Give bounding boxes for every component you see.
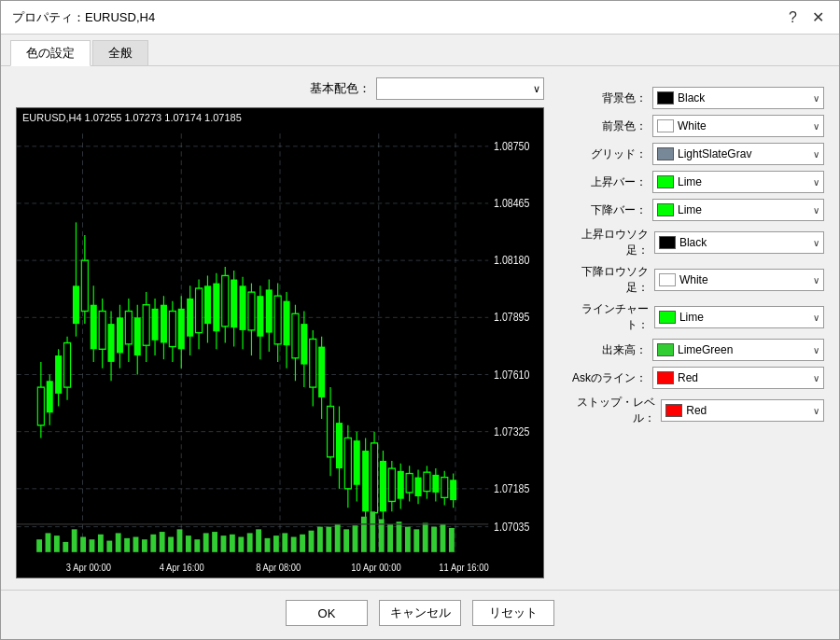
- color-select-wrapper-5[interactable]: Black ∨: [654, 231, 824, 254]
- svg-rect-93: [257, 296, 263, 337]
- svg-rect-46: [54, 536, 60, 552]
- svg-rect-23: [37, 387, 44, 425]
- color-label-6: 下降ロウソク足：: [563, 264, 649, 296]
- color-row-1: 前景色： White ∨: [563, 115, 824, 137]
- color-swatch-3: [657, 175, 674, 188]
- svg-rect-87: [231, 280, 237, 328]
- svg-text:1.07185: 1.07185: [494, 482, 529, 494]
- base-color-select[interactable]: [376, 77, 544, 100]
- color-row-5: 上昇ロウソク足： Black ∨: [563, 227, 824, 258]
- svg-rect-161: [413, 529, 419, 551]
- color-swatch-9: [657, 371, 674, 384]
- color-select-text-2: LightSlateGrav: [678, 147, 813, 160]
- color-chevron-8: ∨: [813, 345, 819, 355]
- color-chevron-6: ∨: [813, 275, 819, 285]
- svg-rect-164: [441, 524, 446, 552]
- reset-button[interactable]: リセット: [472, 600, 554, 626]
- color-select-wrapper-7[interactable]: Lime ∨: [654, 306, 824, 328]
- base-color-label: 基本配色：: [310, 80, 371, 97]
- svg-rect-160: [405, 527, 411, 552]
- tab-general[interactable]: 全般: [92, 40, 148, 65]
- svg-rect-119: [309, 531, 315, 552]
- color-select-text-5: Black: [679, 236, 813, 249]
- footer: OK キャンセル リセット: [1, 590, 839, 639]
- help-button[interactable]: ?: [785, 8, 801, 26]
- color-row-10: ストップ・レベル： Red ∨: [563, 395, 824, 426]
- svg-rect-114: [318, 347, 325, 397]
- svg-rect-72: [204, 285, 211, 324]
- color-swatch-6: [659, 273, 676, 286]
- color-row-3: 上昇バー： Lime ∨: [563, 171, 824, 193]
- color-label-3: 上昇バー：: [563, 174, 647, 190]
- color-swatch-10: [665, 404, 682, 417]
- color-select-text-10: Red: [686, 404, 813, 417]
- color-select-wrapper-0[interactable]: Black ∨: [652, 87, 824, 109]
- color-chevron-2: ∨: [813, 149, 819, 160]
- svg-rect-165: [449, 528, 455, 552]
- svg-rect-110: [301, 324, 307, 365]
- svg-rect-83: [213, 284, 219, 332]
- svg-rect-66: [178, 309, 185, 350]
- close-button[interactable]: ✕: [808, 8, 828, 26]
- svg-rect-39: [108, 324, 115, 362]
- svg-rect-108: [292, 313, 299, 358]
- svg-text:10 Apr 00:00: 10 Apr 00:00: [351, 563, 401, 574]
- svg-rect-35: [91, 305, 97, 350]
- chart-svg: 1.08750 1.08465 1.08180 1.07895 1.07610 …: [17, 108, 543, 577]
- color-row-7: ラインチャート： Lime ∨: [563, 301, 824, 333]
- svg-rect-73: [133, 536, 139, 551]
- svg-rect-98: [230, 535, 235, 552]
- svg-rect-159: [397, 522, 402, 552]
- color-row-9: Askのライン： Red ∨: [563, 367, 824, 389]
- svg-rect-25: [47, 381, 53, 412]
- color-select-wrapper-9[interactable]: Red ∨: [652, 367, 824, 389]
- color-label-4: 下降バー：: [563, 202, 647, 218]
- base-color-row: 基本配色：: [16, 77, 544, 100]
- color-select-wrapper-1[interactable]: White ∨: [652, 115, 824, 137]
- svg-rect-29: [64, 343, 71, 388]
- svg-rect-122: [328, 406, 334, 456]
- base-color-wrapper: [376, 77, 544, 100]
- svg-rect-130: [335, 524, 341, 552]
- color-select-wrapper-2[interactable]: LightSlateGrav ∨: [652, 143, 824, 165]
- svg-rect-48: [72, 529, 77, 551]
- svg-rect-95: [266, 289, 273, 332]
- svg-rect-64: [169, 312, 175, 347]
- svg-rect-96: [212, 532, 217, 552]
- color-row-2: グリッド： LightSlateGrav ∨: [563, 143, 824, 165]
- svg-rect-70: [196, 288, 203, 333]
- color-select-wrapper-10[interactable]: Red ∨: [661, 399, 824, 422]
- svg-rect-112: [310, 339, 316, 387]
- cancel-button[interactable]: キャンセル: [379, 600, 461, 626]
- dialog: プロパティ：EURUSD,H4 ? ✕ 色の設定 全般 基本配色：: [0, 0, 840, 640]
- color-select-text-0: Black: [678, 91, 813, 104]
- color-chevron-4: ∨: [813, 205, 819, 216]
- color-chevron-10: ∨: [813, 406, 819, 416]
- svg-text:1.07035: 1.07035: [494, 521, 529, 533]
- ok-button[interactable]: OK: [286, 600, 368, 626]
- tab-color-settings[interactable]: 色の設定: [10, 40, 91, 66]
- color-label-10: ストップ・レベル：: [563, 395, 655, 426]
- svg-rect-102: [265, 538, 271, 552]
- svg-rect-131: [343, 529, 349, 551]
- color-select-wrapper-4[interactable]: Lime ∨: [652, 199, 824, 221]
- svg-rect-77: [168, 536, 174, 551]
- color-select-wrapper-6[interactable]: White ∨: [654, 269, 824, 291]
- svg-rect-27: [55, 355, 62, 394]
- color-select-text-3: Lime: [678, 175, 813, 188]
- svg-rect-149: [415, 478, 422, 496]
- chart-header: EURUSD,H4 1.07255 1.07273 1.07174 1.0718…: [19, 110, 245, 125]
- svg-rect-50: [90, 539, 95, 552]
- color-select-text-8: LimeGreen: [678, 343, 813, 356]
- color-label-0: 背景色：: [563, 90, 647, 106]
- color-select-wrapper-3[interactable]: Lime ∨: [652, 171, 824, 193]
- svg-text:1.08750: 1.08750: [494, 140, 529, 152]
- dialog-title: プロパティ：EURUSD,H4: [12, 9, 155, 26]
- svg-rect-140: [370, 511, 375, 552]
- svg-rect-60: [152, 309, 159, 341]
- color-select-text-1: White: [678, 119, 813, 132]
- svg-rect-139: [361, 517, 367, 552]
- svg-rect-52: [106, 541, 112, 552]
- color-select-wrapper-8[interactable]: LimeGreen ∨: [652, 339, 824, 361]
- svg-rect-106: [284, 301, 290, 346]
